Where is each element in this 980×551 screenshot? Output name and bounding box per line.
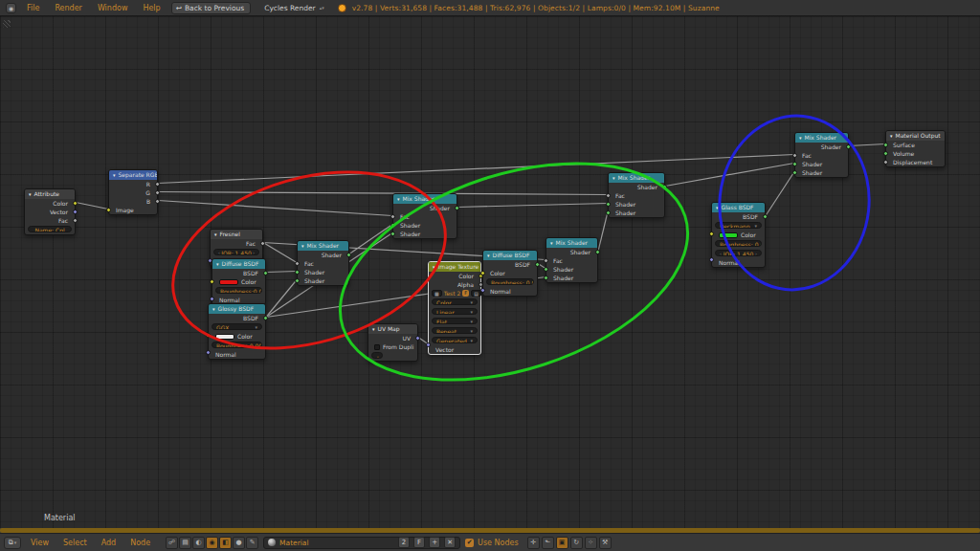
input-socket-vector[interactable]: [426, 342, 431, 347]
input-socket-shader[interactable]: [792, 170, 797, 175]
input-socket-shader[interactable]: [295, 270, 300, 275]
pin-small-icon[interactable]: ☍: [166, 537, 178, 549]
unlink-material-button[interactable]: ✕: [444, 537, 456, 548]
node-header[interactable]: ▾Mix Shader: [393, 194, 457, 204]
region-corner-widget[interactable]: [3, 20, 11, 28]
users-count-button[interactable]: 2: [398, 537, 410, 548]
output-socket-bsdf[interactable]: [763, 214, 768, 219]
collapse-icon[interactable]: ▾: [212, 304, 215, 314]
input-socket-shader[interactable]: [544, 267, 548, 272]
collapse-icon[interactable]: ▾: [216, 259, 219, 269]
input-socket-shader[interactable]: [606, 202, 611, 207]
node-header[interactable]: ▾Mix Shader: [298, 241, 348, 251]
linestyle-icon[interactable]: ✎: [246, 537, 258, 549]
menu-select[interactable]: Select: [58, 539, 92, 547]
node-header[interactable]: ▾Mix Shader: [546, 238, 597, 248]
node-header[interactable]: ▾Attribute: [25, 189, 75, 199]
output-socket-bsdf[interactable]: [263, 316, 268, 320]
uv-map-select-button[interactable]: ◦: [371, 352, 383, 359]
input-socket-shader[interactable]: [390, 223, 395, 228]
input-socket-color[interactable]: [206, 333, 211, 338]
node-header[interactable]: ▾Glass BSDF: [712, 203, 765, 212]
input-socket-displacement[interactable]: [883, 160, 888, 165]
node-header[interactable]: ▾Fresnel: [211, 230, 262, 239]
lamp-icon[interactable]: ●: [233, 537, 245, 549]
node-header[interactable]: ▾Separate RGB: [109, 170, 157, 180]
material-name-field[interactable]: Material: [279, 539, 394, 547]
node-header[interactable]: ▾UV Map: [368, 324, 417, 334]
output-socket-bsdf[interactable]: [535, 262, 540, 267]
collapse-icon[interactable]: ▾: [29, 189, 32, 199]
world-icon[interactable]: ◐: [192, 537, 205, 549]
dropdown[interactable]: GGX▾: [212, 323, 262, 330]
dropdown[interactable]: Flat▾: [432, 318, 478, 324]
node-glass-bsdf[interactable]: ▾Glass BSDFBSDFBeckmann▾ColorRoughness: …: [711, 202, 766, 268]
use-nodes-toggle[interactable]: ✔ Use Nodes: [465, 539, 519, 547]
color-swatch[interactable]: [219, 279, 238, 285]
collapse-icon[interactable]: ▾: [214, 230, 217, 239]
value-field[interactable]: ‹IOR: 1.450›: [715, 250, 762, 256]
output-socket-uv[interactable]: [415, 336, 420, 341]
output-socket-shader[interactable]: [846, 144, 851, 149]
input-socket-shader[interactable]: [390, 231, 395, 236]
menu-render[interactable]: Render: [50, 4, 86, 12]
input-socket-color[interactable]: [210, 279, 214, 284]
menu-node[interactable]: Node: [125, 539, 155, 547]
output-socket-vector[interactable]: [73, 209, 78, 214]
node-mix-shader-5[interactable]: ▾Mix ShaderShaderFacShaderShader: [794, 132, 849, 178]
copy-icon[interactable]: ⚒: [599, 537, 612, 549]
input-socket-normal[interactable]: [480, 288, 485, 293]
from-dupli-checkbox[interactable]: From Dupli: [368, 342, 417, 351]
snap-icon[interactable]: ⁘: [585, 537, 597, 549]
output-socket-shader[interactable]: [595, 250, 600, 254]
input-socket-surface[interactable]: [883, 143, 888, 147]
input-socket-volume[interactable]: [883, 151, 888, 156]
input-socket-normal[interactable]: [206, 350, 211, 355]
collapse-icon[interactable]: ▾: [716, 203, 719, 212]
menu-window[interactable]: Window: [93, 4, 133, 12]
output-socket-g[interactable]: [155, 190, 160, 195]
collapse-icon[interactable]: ▾: [301, 241, 304, 251]
collapse-icon[interactable]: ▾: [113, 170, 116, 180]
node-image-texture[interactable]: ▾Image TextureColorAlpha▦Test 2F▤✕Color▾…: [428, 261, 481, 355]
node-header[interactable]: ▾Material Output: [886, 131, 945, 141]
backdrop-icon[interactable]: ▣: [556, 537, 568, 549]
value-field[interactable]: Name: Col: [28, 226, 72, 232]
input-socket-shader[interactable]: [295, 278, 300, 283]
input-socket-normal[interactable]: [709, 257, 714, 262]
collapse-icon[interactable]: ▾: [890, 131, 893, 141]
input-socket-shader[interactable]: [544, 276, 548, 280]
pin-icon[interactable]: ✛: [527, 537, 540, 549]
dropdown[interactable]: Color▾: [432, 298, 478, 305]
output-socket-shader[interactable]: [662, 185, 667, 189]
value-field[interactable]: Roughness: 0.000: [486, 278, 534, 285]
go-parent-icon[interactable]: ⬑: [542, 537, 554, 549]
output-socket-shader[interactable]: [346, 253, 351, 257]
output-socket-shader[interactable]: [455, 206, 459, 210]
collapse-icon[interactable]: ▾: [799, 133, 802, 143]
value-field[interactable]: Roughness:0.000: [212, 342, 262, 348]
refresh-icon[interactable]: ↻: [570, 537, 583, 549]
object-icon[interactable]: ◉: [206, 537, 218, 549]
node-header[interactable]: ▾Glossy BSDF: [209, 304, 265, 314]
editor-type-button[interactable]: ⧉▾: [4, 537, 21, 549]
node-diffuse-bsdf-1[interactable]: ▾Diffuse BSDFBSDFColorRoughness:0.000Nor…: [212, 258, 266, 305]
back-to-previous-button[interactable]: ↩ Back to Previous: [171, 2, 252, 14]
input-socket-color[interactable]: [709, 231, 714, 236]
color-swatch[interactable]: [719, 232, 738, 238]
value-field[interactable]: Roughness:0.000: [215, 287, 262, 294]
menu-file[interactable]: File: [22, 4, 44, 12]
value-field[interactable]: Roughness: 0.000: [715, 240, 762, 247]
value-field[interactable]: ‹IOR: 1.450›: [213, 249, 259, 255]
node-header[interactable]: ▾Diffuse BSDF: [483, 251, 537, 260]
node-mix-shader-2[interactable]: ▾Mix ShaderShaderFacShaderShader: [392, 193, 457, 239]
node-header[interactable]: ▾Image Texture: [429, 262, 480, 272]
color-swatch[interactable]: [215, 334, 234, 340]
input-socket-fac[interactable]: [792, 153, 797, 158]
material-icon[interactable]: ◧: [219, 537, 232, 549]
scene-icon[interactable]: ▤: [179, 537, 191, 549]
dropdown[interactable]: Repeat▾: [432, 327, 478, 334]
menu-add[interactable]: Add: [97, 539, 122, 547]
node-header[interactable]: ▾Mix Shader: [795, 133, 848, 143]
menu-view[interactable]: View: [26, 539, 54, 547]
